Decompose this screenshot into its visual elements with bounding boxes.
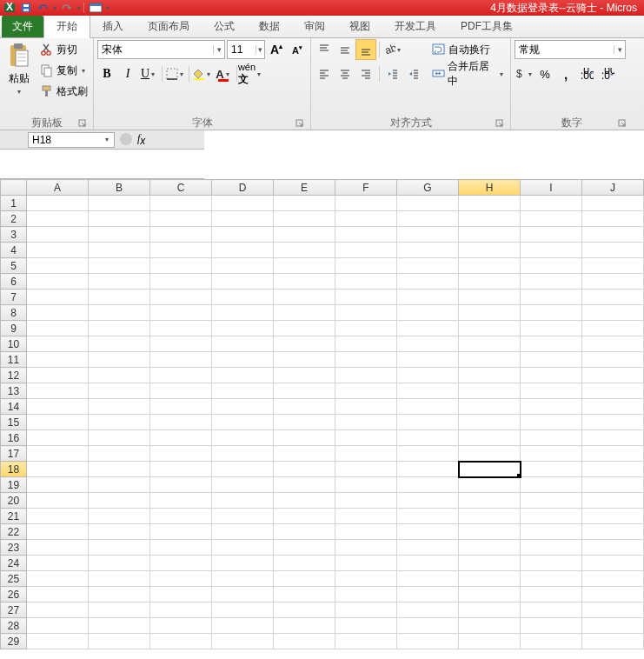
cell[interactable] [212, 556, 274, 571]
cell[interactable] [89, 634, 150, 649]
row-header[interactable]: 8 [1, 305, 27, 321]
cell[interactable] [89, 602, 150, 618]
cell[interactable] [150, 243, 212, 258]
cell[interactable] [150, 383, 212, 399]
cell[interactable] [582, 243, 644, 258]
cell[interactable] [27, 336, 89, 352]
increase-indent-button[interactable] [404, 64, 423, 83]
column-header[interactable]: D [212, 180, 274, 196]
cell[interactable] [397, 227, 459, 243]
tab-formulas[interactable]: 公式 [202, 16, 247, 37]
cell[interactable] [335, 211, 397, 227]
cell[interactable] [212, 227, 274, 243]
cell[interactable] [212, 415, 274, 430]
cell[interactable] [212, 524, 274, 540]
cell[interactable] [582, 290, 644, 305]
cell[interactable] [89, 462, 150, 477]
tab-insert[interactable]: 插入 [90, 16, 136, 37]
cell[interactable] [582, 399, 644, 415]
redo-dropdown[interactable]: ▾ [76, 4, 83, 12]
cell[interactable] [335, 383, 397, 399]
cell[interactable] [150, 352, 212, 368]
cell[interactable] [89, 571, 150, 587]
cell[interactable] [27, 274, 89, 290]
cell[interactable] [212, 587, 274, 602]
cell[interactable] [27, 556, 89, 571]
cell[interactable] [27, 243, 89, 258]
cell[interactable] [397, 540, 459, 556]
cell[interactable] [212, 211, 274, 227]
cell[interactable] [27, 383, 89, 399]
cell[interactable] [335, 524, 397, 540]
row-header[interactable]: 19 [1, 477, 27, 493]
cell[interactable] [274, 336, 335, 352]
cell[interactable] [459, 446, 521, 462]
row-header[interactable]: 29 [1, 634, 27, 649]
cell[interactable] [459, 540, 521, 556]
row-header[interactable]: 2 [1, 211, 27, 227]
cell[interactable] [397, 415, 459, 430]
cell[interactable] [582, 602, 644, 618]
align-bottom-button[interactable] [356, 40, 375, 59]
cell[interactable] [89, 524, 150, 540]
cell[interactable] [397, 602, 459, 618]
cell[interactable] [521, 258, 582, 274]
cell[interactable] [274, 399, 335, 415]
cell[interactable] [150, 446, 212, 462]
cell[interactable] [335, 556, 397, 571]
number-launcher[interactable] [617, 118, 627, 129]
cell[interactable] [150, 274, 212, 290]
row-header[interactable]: 4 [1, 243, 27, 258]
decrease-indent-button[interactable] [383, 64, 402, 83]
cell[interactable] [459, 462, 521, 477]
cell[interactable] [335, 336, 397, 352]
row-header[interactable]: 18 [1, 462, 27, 477]
cell[interactable] [582, 477, 644, 493]
cell[interactable] [459, 415, 521, 430]
cell[interactable] [212, 258, 274, 274]
cell[interactable] [459, 634, 521, 649]
accounting-format-button[interactable]: $▾ [515, 64, 534, 83]
cell[interactable] [397, 524, 459, 540]
cell[interactable] [212, 321, 274, 336]
cell[interactable] [89, 477, 150, 493]
cell[interactable] [335, 258, 397, 274]
cell[interactable] [89, 336, 150, 352]
cell[interactable] [335, 571, 397, 587]
row-header[interactable]: 10 [1, 336, 27, 352]
cell[interactable] [521, 211, 582, 227]
cell[interactable] [459, 243, 521, 258]
cell[interactable] [459, 305, 521, 321]
cell[interactable] [150, 571, 212, 587]
copy-button[interactable]: 复制▾ [38, 61, 90, 80]
cell[interactable] [89, 321, 150, 336]
cell[interactable] [89, 243, 150, 258]
row-header[interactable]: 27 [1, 602, 27, 618]
cell[interactable] [582, 227, 644, 243]
cell[interactable] [27, 430, 89, 446]
cell[interactable] [89, 368, 150, 383]
cell[interactable] [521, 446, 582, 462]
cell[interactable] [274, 274, 335, 290]
cell[interactable] [397, 446, 459, 462]
cell[interactable] [582, 383, 644, 399]
cell[interactable] [27, 305, 89, 321]
cell[interactable] [89, 211, 150, 227]
cell[interactable] [397, 352, 459, 368]
cell[interactable] [459, 618, 521, 634]
cell[interactable] [27, 258, 89, 274]
cell[interactable] [521, 571, 582, 587]
cell[interactable] [397, 587, 459, 602]
cell[interactable] [459, 477, 521, 493]
cell[interactable] [27, 524, 89, 540]
cell[interactable] [150, 196, 212, 211]
row-header[interactable]: 20 [1, 493, 27, 509]
row-header[interactable]: 7 [1, 290, 27, 305]
cell[interactable] [150, 227, 212, 243]
row-header[interactable]: 16 [1, 430, 27, 446]
font-color-button[interactable]: A▾ [214, 64, 233, 83]
align-left-button[interactable] [315, 64, 334, 83]
comma-button[interactable]: , [556, 64, 575, 83]
cell[interactable] [521, 524, 582, 540]
cell[interactable] [459, 493, 521, 509]
